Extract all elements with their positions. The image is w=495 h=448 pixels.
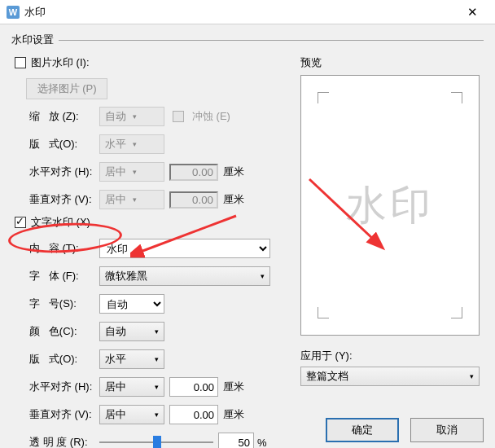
scale-select: 自动▾ [99,107,164,126]
unit-label: 厘米 [223,380,244,394]
pic-valign-label: 垂直对齐 (V): [26,192,99,207]
preview-watermark-text: 水印 [346,178,434,233]
unit-label: 厘米 [223,192,244,207]
pic-halign-select: 居中▾ [99,162,164,182]
size-label: 字 号(S): [26,296,99,311]
pic-layout-select: 水平▾ [99,134,164,154]
slider-thumb[interactable] [153,436,161,448]
chevron-down-icon: ▾ [155,411,159,419]
chevron-down-icon: ▾ [155,355,159,363]
chevron-down-icon: ▾ [470,372,474,380]
crop-mark-icon [318,92,329,103]
pic-valign-value [169,191,218,209]
txt-layout-select[interactable]: 水平▾ [99,349,164,369]
pic-valign-select: 居中▾ [99,190,164,209]
chevron-down-icon: ▾ [133,140,137,148]
settings-group-label: 水印设置 [11,33,484,47]
font-label: 字 体 (F): [26,269,99,283]
apply-to-select[interactable]: 整篇文档▾ [300,367,480,386]
txt-halign-label: 水平对齐 (H): [26,380,99,394]
text-watermark-label: 文字水印 (X) [31,215,90,230]
transparency-slider[interactable] [99,434,213,448]
crop-mark-icon [451,307,462,318]
picture-watermark-label: 图片水印 (I): [31,55,90,70]
percent-label: % [257,437,267,449]
apply-to-label: 应用于 (Y): [300,349,484,363]
txt-halign-value[interactable] [169,377,218,397]
txt-valign-label: 垂直对齐 (V): [26,407,99,422]
close-icon[interactable]: ✕ [456,5,488,20]
chevron-down-icon: ▾ [155,327,159,336]
unit-label: 厘米 [223,165,244,179]
content-label: 内 容 (T): [26,241,99,256]
app-icon: W [7,6,20,19]
transparency-label: 透 明 度 (R): [26,435,99,448]
text-watermark-checkbox[interactable] [15,217,26,228]
picture-watermark-checkbox[interactable] [15,57,26,68]
washout-checkbox [173,111,184,122]
txt-layout-label: 版 式(O): [26,352,99,367]
crop-mark-icon [451,92,462,103]
pic-halign-label: 水平对齐 (H): [26,165,99,179]
preview-label: 预览 [300,55,484,70]
scale-label: 缩 放 (Z): [26,109,99,124]
select-picture-button: 选择图片 (P) [26,78,107,99]
txt-halign-select[interactable]: 居中▾ [99,377,164,397]
preview-box: 水印 [300,75,480,336]
chevron-down-icon: ▾ [261,272,265,280]
pic-halign-value [169,164,218,181]
chevron-down-icon: ▾ [133,195,137,204]
chevron-down-icon: ▾ [155,383,159,391]
crop-mark-icon [318,307,329,318]
color-label: 颜 色(C): [26,324,99,339]
cancel-button[interactable]: 取消 [410,418,484,442]
txt-valign-select[interactable]: 居中▾ [99,405,164,424]
font-select[interactable]: 微软雅黑▾ [99,266,270,286]
content-select[interactable]: 水印 [99,239,270,258]
washout-label: 冲蚀 (E) [192,109,230,124]
ok-button[interactable]: 确定 [326,418,399,442]
window-title: 水印 [24,5,456,20]
txt-valign-value[interactable] [169,405,218,424]
unit-label: 厘米 [223,407,244,422]
pic-layout-label: 版 式(O): [26,137,99,152]
size-select[interactable]: 自动 [99,294,164,314]
chevron-down-icon: ▾ [133,112,137,121]
chevron-down-icon: ▾ [133,168,137,176]
transparency-value[interactable] [218,433,254,448]
color-select[interactable]: 自动▾ [99,322,164,341]
